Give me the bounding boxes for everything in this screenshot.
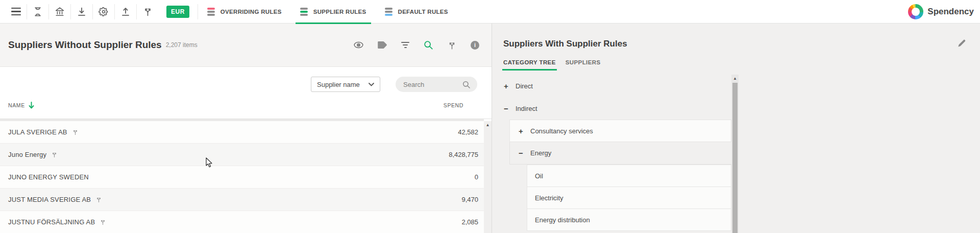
top-toolbar: EUR OVERRIDING RULES SUPPLIER RULES DEFA… [0, 0, 980, 24]
supplier-name: JUST MEDIA SVERIGE AB [8, 196, 91, 203]
merge-icon [51, 151, 58, 158]
category-label: Electricity [535, 194, 564, 202]
scroll-up-icon[interactable]: ▲ [486, 123, 490, 128]
category-label: Energy [530, 149, 551, 157]
hourglass-icon [32, 6, 43, 17]
merge-icon [72, 129, 79, 135]
tree-expander-icon[interactable]: + [503, 82, 509, 90]
category-tree-row[interactable]: − Energy [509, 142, 731, 165]
merge-suppliers-button[interactable] [447, 40, 457, 50]
name-header-label: NAME [8, 102, 25, 108]
right-panel-tab[interactable]: SUPPLIERS [566, 59, 601, 71]
supplier-spend: 2,085 [461, 218, 478, 226]
visibility-button[interactable] [353, 41, 364, 49]
right-panel-tab-label: CATEGORY TREE [503, 59, 556, 65]
category-tree: + Direct − Indirect + Consultancy servic… [492, 75, 739, 233]
search-icon [423, 40, 433, 50]
info-button[interactable]: i [471, 41, 479, 50]
supplier-table-rows: JULA SVERIGE AB 42,582 Juno Energy 8,428… [0, 121, 484, 233]
history-button[interactable] [27, 0, 48, 24]
category-tree-row[interactable]: − Indirect [492, 97, 739, 120]
suppliers-without-rules-panel: Suppliers Without Supplier Rules 2,207 i… [0, 24, 492, 233]
category-label: Energy distribution [535, 216, 590, 224]
category-label: Consultancy services [530, 127, 593, 135]
merge-button[interactable] [100, 219, 106, 225]
tree-expander-icon[interactable]: + [518, 127, 524, 135]
table-controls: Supplier name [0, 67, 492, 92]
currency-badge[interactable]: EUR [166, 6, 189, 18]
table-row[interactable]: JULA SVERIGE AB 42,582 [0, 121, 484, 144]
left-panel-header: Suppliers Without Supplier Rules 2,207 i… [0, 24, 492, 67]
search-input[interactable] [402, 80, 458, 89]
download-button[interactable] [71, 0, 92, 24]
rules-stack-icon [207, 8, 215, 16]
pencil-icon [957, 38, 967, 48]
edit-button[interactable] [957, 38, 967, 48]
tag-icon [378, 41, 387, 49]
supplier-name: JULA SVERIGE AB [8, 128, 67, 136]
tree-scrollbar-thumb[interactable] [732, 83, 738, 233]
organization-button[interactable] [49, 0, 70, 24]
table-row[interactable]: JUSTNU FÖRSÄLJNING AB 2,085 [0, 211, 484, 233]
table-row[interactable]: Juno Energy 8,428,775 [0, 144, 484, 166]
column-header-name[interactable]: NAME [8, 102, 34, 109]
rules-stack-icon [385, 8, 393, 16]
toolbar-tab[interactable]: SUPPLIER RULES [291, 0, 376, 24]
search-field-select[interactable]: Supplier name [311, 77, 380, 92]
category-tree-row[interactable]: Oil [527, 165, 731, 187]
brand-name: Spendency [927, 7, 974, 17]
filter-icon [401, 42, 409, 48]
toolbar-tab-label: SUPPLIER RULES [313, 9, 366, 15]
info-icon: i [471, 41, 479, 50]
category-tree-rows: + Direct − Indirect + Consultancy servic… [492, 75, 739, 231]
search-icon [462, 80, 471, 89]
table-row[interactable]: JUST MEDIA SVERIGE AB 9,470 [0, 189, 484, 211]
settings-button[interactable] [93, 0, 114, 24]
tree-expander-icon[interactable]: − [518, 149, 524, 157]
supplier-spend: 8,428,775 [449, 151, 478, 158]
tree-expander-icon[interactable]: − [503, 104, 509, 113]
toolbar-tab-label: DEFAULT RULES [398, 9, 448, 15]
active-tab-underline [296, 22, 371, 24]
left-panel-title: Suppliers Without Supplier Rules [8, 39, 162, 51]
merge-icon [142, 6, 153, 17]
right-panel-title: Suppliers With Supplier Rules [503, 39, 627, 49]
column-header-spend[interactable]: SPEND [444, 102, 463, 108]
merge-icon [100, 219, 106, 225]
table-scrollbar[interactable]: ▲ [484, 121, 492, 233]
category-label: Oil [535, 172, 543, 180]
toolbar-tabs: OVERRIDING RULES SUPPLIER RULES DEFAULT … [198, 0, 457, 24]
supplier-spend: 9,470 [461, 196, 478, 203]
toolbar-tab-label: OVERRIDING RULES [220, 9, 282, 15]
supplier-name: JUSTNU FÖRSÄLJNING AB [8, 218, 95, 226]
category-tree-row[interactable]: Energy distribution [527, 208, 731, 231]
eye-icon [353, 41, 364, 49]
brand-logo: Spendency [908, 4, 974, 19]
right-panel-tab[interactable]: CATEGORY TREE [503, 59, 556, 71]
category-tree-row[interactable]: Electricity [527, 187, 731, 209]
table-row[interactable]: JUNO ENERGY SWEDEN 0 [0, 166, 484, 189]
category-tree-row[interactable]: + Consultancy services [509, 120, 731, 142]
download-icon [76, 6, 87, 17]
upload-button[interactable] [115, 0, 136, 24]
menu-button[interactable] [5, 0, 27, 24]
right-panel-tabs: CATEGORY TREE SUPPLIERS [503, 59, 601, 71]
filter-button[interactable] [401, 42, 409, 48]
supplier-name: Juno Energy [8, 151, 46, 158]
merge-button[interactable] [72, 129, 79, 135]
category-label: Indirect [516, 105, 537, 112]
tree-scrollbar[interactable]: ▲ [731, 75, 739, 233]
menu-icon [11, 8, 21, 16]
search-field-value: Supplier name [317, 81, 360, 88]
supplier-search [396, 77, 477, 92]
items-count: 2,207 items [166, 41, 198, 49]
tag-button[interactable] [378, 41, 387, 49]
search-button[interactable] [423, 40, 433, 50]
category-tree-row[interactable]: + Direct [492, 75, 739, 97]
merge-button[interactable] [51, 151, 58, 158]
merge-button[interactable] [95, 196, 102, 203]
toolbar-tab[interactable]: DEFAULT RULES [376, 0, 457, 24]
merge-button[interactable] [137, 0, 158, 24]
toolbar-tab[interactable]: OVERRIDING RULES [198, 0, 291, 24]
supplier-name: JUNO ENERGY SWEDEN [8, 173, 89, 181]
